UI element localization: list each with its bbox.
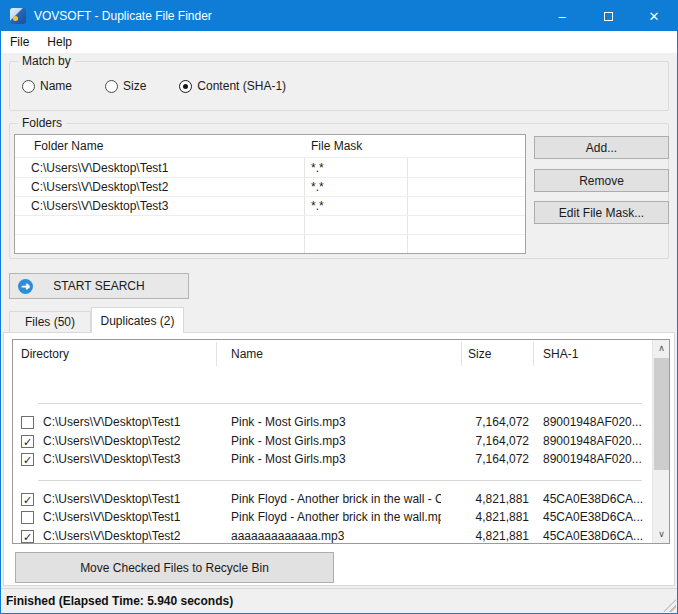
menu-bar: File Help bbox=[1, 31, 677, 53]
radio-icon[interactable] bbox=[105, 80, 118, 93]
folders-table[interactable]: Folder Name File Mask C:\Users\V\Desktop… bbox=[14, 134, 526, 254]
sha1-cell: 45CA0E38D6CA... bbox=[543, 492, 643, 506]
tab-files[interactable]: Files (50) bbox=[9, 311, 91, 332]
group-separator bbox=[38, 403, 642, 404]
folder-row[interactable]: C:\Users\V\Desktop\Test3*.* bbox=[15, 197, 525, 216]
duplicate-row[interactable]: ✓C:\Users\V\Desktop\Test2Pink - Most Gir… bbox=[13, 433, 652, 452]
name-cell: Pink Floyd - Another brick in the wall.m… bbox=[231, 510, 441, 524]
menu-file[interactable]: File bbox=[1, 31, 38, 53]
status-bar: Finished (Elapsed Time: 5.940 seconds) bbox=[1, 588, 677, 613]
radio-icon[interactable] bbox=[179, 80, 192, 93]
name-cell: Pink Floyd - Another brick in the wall -… bbox=[231, 492, 441, 506]
empty-row bbox=[15, 235, 525, 254]
client-area: Match by NameSizeContent (SHA-1) Folders… bbox=[1, 53, 677, 589]
sha1-cell: 89001948AF020... bbox=[543, 452, 642, 466]
directory-cell: C:\Users\V\Desktop\Test1 bbox=[43, 415, 180, 429]
checkbox-unchecked[interactable] bbox=[21, 416, 34, 429]
window-title: VOVSOFT - Duplicate File Finder bbox=[34, 9, 212, 23]
radio-label: Name bbox=[40, 79, 72, 93]
menu-help[interactable]: Help bbox=[38, 31, 81, 53]
minimize-icon: – bbox=[558, 9, 565, 24]
duplicates-list-body: C:\Users\V\Desktop\Test1Pink - Most Girl… bbox=[13, 368, 652, 543]
size-cell: 4,821,881 bbox=[443, 492, 529, 506]
duplicate-row[interactable]: ✓C:\Users\V\Desktop\Test1Pink Floyd - An… bbox=[13, 491, 652, 510]
directory-cell: C:\Users\V\Desktop\Test1 bbox=[43, 510, 180, 524]
folder-path: C:\Users\V\Desktop\Test3 bbox=[31, 199, 168, 213]
scroll-up-icon[interactable]: ∧ bbox=[653, 340, 670, 357]
match-by-groupbox: Match by NameSizeContent (SHA-1) bbox=[9, 61, 669, 111]
radio-option-0[interactable]: Name bbox=[22, 79, 72, 93]
name-cell: Pink - Most Girls.mp3 bbox=[231, 434, 346, 448]
move-to-recycle-button[interactable]: Move Checked Files to Recycle Bin bbox=[15, 552, 334, 583]
size-cell: 7,164,072 bbox=[443, 434, 529, 448]
file-mask: *.* bbox=[311, 180, 324, 194]
duplicates-list-header: Directory Name Size SHA-1 bbox=[13, 340, 652, 368]
match-by-label: Match by bbox=[18, 54, 75, 68]
tab-duplicates[interactable]: Duplicates (2) bbox=[91, 307, 184, 333]
scroll-down-icon[interactable]: ∨ bbox=[653, 526, 670, 543]
radio-option-1[interactable]: Size bbox=[105, 79, 146, 93]
radio-option-2[interactable]: Content (SHA-1) bbox=[179, 79, 286, 93]
column-divider[interactable] bbox=[216, 342, 217, 366]
start-search-label: START SEARCH bbox=[53, 279, 144, 293]
header-name[interactable]: Name bbox=[231, 347, 263, 361]
close-icon: ✕ bbox=[649, 9, 660, 24]
header-folder-name: Folder Name bbox=[34, 139, 103, 153]
column-divider[interactable] bbox=[461, 342, 462, 366]
sha1-cell: 89001948AF020... bbox=[543, 415, 642, 429]
start-search-button[interactable]: ➜ START SEARCH bbox=[9, 273, 189, 299]
sha1-cell: 45CA0E38D6CA... bbox=[543, 510, 643, 524]
add-button[interactable]: Add... bbox=[534, 136, 669, 159]
checkbox-checked[interactable]: ✓ bbox=[21, 435, 34, 448]
folder-path: C:\Users\V\Desktop\Test1 bbox=[31, 161, 168, 175]
folder-path: C:\Users\V\Desktop\Test2 bbox=[31, 180, 168, 194]
name-cell: Pink - Most Girls.mp3 bbox=[231, 415, 346, 429]
header-file-mask: File Mask bbox=[311, 139, 362, 153]
checkbox-checked[interactable]: ✓ bbox=[21, 530, 34, 543]
folders-table-header: Folder Name File Mask bbox=[15, 135, 525, 158]
maximize-icon bbox=[604, 12, 613, 21]
vertical-scrollbar[interactable]: ∧ ∨ bbox=[652, 340, 669, 543]
resize-grip-icon[interactable] bbox=[663, 599, 676, 612]
scrollbar-thumb[interactable] bbox=[654, 358, 669, 470]
maximize-button[interactable] bbox=[585, 1, 631, 31]
duplicate-row[interactable]: ✓C:\Users\V\Desktop\Test2aaaaaaaaaaaaa.m… bbox=[13, 528, 652, 545]
remove-button[interactable]: Remove bbox=[534, 169, 669, 192]
arrow-right-icon: ➜ bbox=[18, 279, 33, 294]
window-controls: – ✕ bbox=[539, 1, 677, 31]
folders-label: Folders bbox=[18, 116, 66, 130]
duplicates-list[interactable]: Directory Name Size SHA-1 C:\Users\V\Des… bbox=[12, 339, 670, 544]
radio-label: Size bbox=[123, 79, 146, 93]
group-separator bbox=[38, 480, 642, 481]
radio-icon[interactable] bbox=[22, 80, 35, 93]
checkbox-checked[interactable]: ✓ bbox=[21, 493, 34, 506]
duplicate-row[interactable]: C:\Users\V\Desktop\Test1Pink - Most Girl… bbox=[13, 414, 652, 433]
file-mask: *.* bbox=[311, 161, 324, 175]
header-sha1[interactable]: SHA-1 bbox=[543, 347, 578, 361]
close-button[interactable]: ✕ bbox=[631, 1, 677, 31]
app-icon bbox=[10, 8, 26, 24]
name-cell: aaaaaaaaaaaaa.mp3 bbox=[231, 529, 344, 543]
directory-cell: C:\Users\V\Desktop\Test3 bbox=[43, 452, 180, 466]
header-size[interactable]: Size bbox=[468, 347, 491, 361]
checkbox-checked[interactable]: ✓ bbox=[21, 453, 34, 466]
checkbox-unchecked[interactable] bbox=[21, 511, 34, 524]
minimize-button[interactable]: – bbox=[539, 1, 585, 31]
directory-cell: C:\Users\V\Desktop\Test2 bbox=[43, 529, 180, 543]
folder-row[interactable]: C:\Users\V\Desktop\Test1*.* bbox=[15, 159, 525, 178]
folder-row[interactable]: C:\Users\V\Desktop\Test2*.* bbox=[15, 178, 525, 197]
name-cell: Pink - Most Girls.mp3 bbox=[231, 452, 346, 466]
size-cell: 4,821,881 bbox=[443, 529, 529, 543]
edit-file-mask-button[interactable]: Edit File Mask... bbox=[534, 201, 669, 224]
size-cell: 7,164,072 bbox=[443, 452, 529, 466]
directory-cell: C:\Users\V\Desktop\Test2 bbox=[43, 434, 180, 448]
match-by-options: NameSizeContent (SHA-1) bbox=[22, 79, 319, 93]
radio-label: Content (SHA-1) bbox=[197, 79, 286, 93]
duplicate-row[interactable]: ✓C:\Users\V\Desktop\Test3Pink - Most Gir… bbox=[13, 451, 652, 470]
title-bar: VOVSOFT - Duplicate File Finder – ✕ bbox=[1, 1, 677, 31]
size-cell: 7,164,072 bbox=[443, 415, 529, 429]
sha1-cell: 45CA0E38D6CA... bbox=[543, 529, 643, 543]
header-directory[interactable]: Directory bbox=[21, 347, 69, 361]
column-divider[interactable] bbox=[533, 342, 534, 366]
duplicate-row[interactable]: C:\Users\V\Desktop\Test1Pink Floyd - Ano… bbox=[13, 509, 652, 528]
